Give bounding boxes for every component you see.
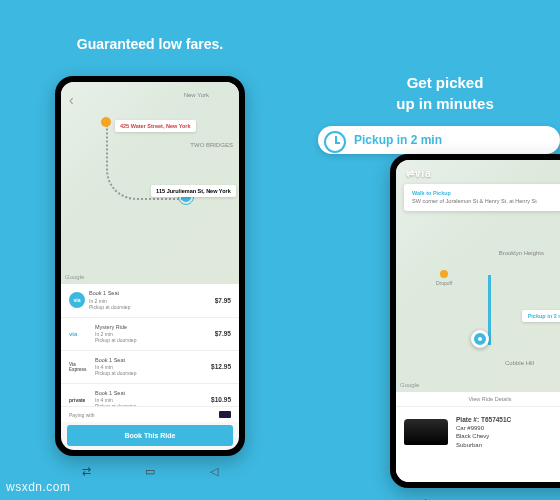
map-area-label: Cobble Hill (505, 360, 534, 366)
ride-option-info: Mystery Ride In 2 min Pickup at doorstep (95, 324, 215, 344)
map-city-label: New York (184, 92, 209, 98)
screen-right: ⇌via Walk to Pickup SW corner of Joralem… (396, 160, 560, 482)
via-logo-icon: via (69, 292, 85, 308)
panel-get-picked-up: Get picked up in minutes Pickup in 2 min… (300, 0, 560, 500)
ride-price: $7.95 (215, 330, 231, 337)
ride-option-info: Book 1 Seat In 2 min Pickup at doorstep (89, 290, 215, 310)
plate-number: Plate #: T657451C (456, 415, 511, 424)
screen-left: ‹ New York TWO BRIDGES 425 Water Street,… (61, 82, 239, 450)
walk-to-pickup-card[interactable]: Walk to Pickup SW corner of Joralemon St… (404, 184, 560, 211)
ride-option[interactable]: via Mystery Ride In 2 min Pickup at door… (61, 318, 239, 351)
pickup-address[interactable]: 425 Water Street, New York (115, 120, 196, 132)
phone-mockup-right: ⇌via Walk to Pickup SW corner of Joralem… (390, 154, 560, 488)
clock-icon (324, 131, 346, 153)
dropoff-address[interactable]: 115 Jurulieman St, New York (151, 185, 236, 197)
car-model: Black Chevy (456, 432, 511, 440)
ride-option[interactable]: via Book 1 Seat In 2 min Pickup at doors… (61, 284, 239, 317)
ride-price: $10.95 (211, 396, 231, 403)
home-icon[interactable]: ▭ (485, 497, 495, 501)
map-left[interactable]: ‹ New York TWO BRIDGES 425 Water Street,… (61, 82, 239, 284)
via-logo-text: via (69, 331, 91, 337)
home-icon[interactable]: ▭ (145, 465, 155, 478)
headline-right: Get picked up in minutes (330, 72, 560, 114)
card-icon (219, 411, 231, 418)
ride-details-header[interactable]: View Ride Details (396, 392, 560, 407)
via-app-logo: ⇌via (406, 168, 432, 179)
headline-left: Guaranteed low fares. (77, 36, 223, 52)
via-express-logo: Via Express (69, 362, 91, 372)
car-number: Car #9990 (456, 424, 511, 432)
car-image-icon (404, 419, 448, 445)
watermark: wsxdn.com (6, 480, 71, 494)
recent-icon[interactable]: ⇄ (419, 497, 428, 501)
ride-option[interactable]: Via Express Book 1 Seat In 4 min Pickup … (61, 351, 239, 384)
ride-price: $7.95 (215, 297, 231, 304)
car-location-pin-icon[interactable] (471, 330, 489, 348)
back-icon[interactable]: ‹ (69, 92, 74, 108)
private-logo: private (69, 397, 91, 403)
pickup-time-tag[interactable]: Pickup in 2 min (522, 310, 560, 322)
ride-details-body: Plate #: T657451C Car #9990 Black Chevy … (396, 407, 560, 457)
pickup-badge: Pickup in 2 min (318, 126, 560, 154)
panel-guaranteed-low-fares: Guaranteed low fares. ‹ New York TWO BRI… (0, 0, 300, 500)
ride-details-panel: View Ride Details Plate #: T657451C Car … (396, 392, 560, 482)
android-navbar: ⇄ ▭ ◁ (390, 494, 560, 500)
google-attribution: Google (400, 382, 419, 388)
paying-with-label: Paying with (69, 412, 95, 418)
map-right[interactable]: ⇌via Walk to Pickup SW corner of Joralem… (396, 160, 560, 392)
ride-price: $12.95 (211, 363, 231, 370)
car-model-2: Suburban (456, 441, 511, 449)
google-attribution: Google (65, 274, 84, 280)
android-navbar: ⇄ ▭ ◁ (55, 462, 245, 480)
book-ride-button[interactable]: Book This Ride (67, 425, 233, 446)
back-nav-icon[interactable]: ◁ (210, 465, 218, 478)
recent-icon[interactable]: ⇄ (82, 465, 91, 478)
ride-options-list: via Book 1 Seat In 2 min Pickup at doors… (61, 284, 239, 406)
paying-with-row[interactable]: Paying with (61, 406, 239, 422)
pickup-pin-icon[interactable] (101, 117, 111, 127)
map-bridges-label: TWO BRIDGES (190, 142, 233, 148)
walk-title: Walk to Pickup (412, 190, 560, 196)
ride-option-info: Book 1 Seat In 4 min Pickup at doorstep (95, 357, 211, 377)
map-area-label: Brooklyn Heights (499, 250, 544, 256)
plate-info: Plate #: T657451C Car #9990 Black Chevy … (456, 415, 511, 449)
walk-subtitle: SW corner of Joralemon St & Henry St, at… (412, 198, 560, 205)
pickup-badge-text: Pickup in 2 min (354, 133, 442, 147)
phone-mockup-left: ‹ New York TWO BRIDGES 425 Water Street,… (55, 76, 245, 456)
back-nav-icon[interactable]: ◁ (553, 497, 560, 501)
